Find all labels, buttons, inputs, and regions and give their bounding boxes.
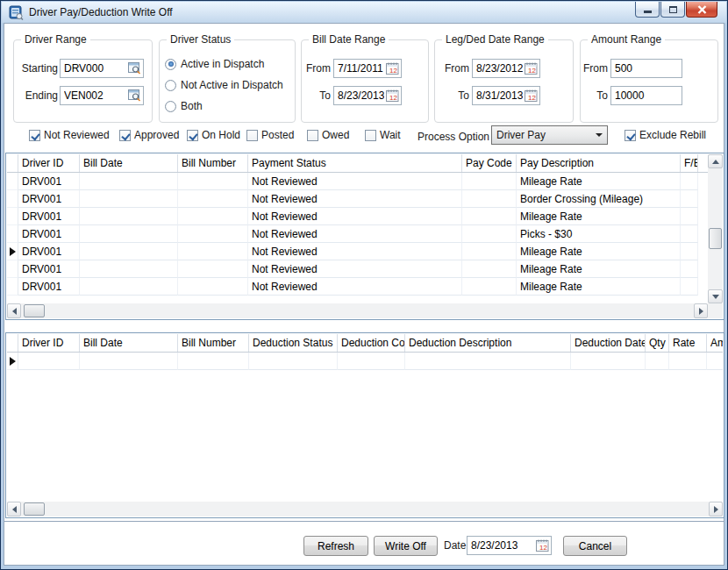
refresh-button[interactable]: Refresh xyxy=(303,536,368,556)
cell-bill-date xyxy=(80,190,178,208)
grid-row[interactable]: DRV001Not ReviewedMileage Rate xyxy=(7,243,708,260)
grid-row[interactable]: DRV001Not ReviewedMileage Rate xyxy=(7,208,708,225)
leg-from-calendar-button[interactable]: 12 xyxy=(523,60,539,77)
radio-label: Not Active in Dispatch xyxy=(181,79,283,91)
cell-bill-number xyxy=(178,190,248,208)
column-header-bill-number[interactable]: Bill Number xyxy=(178,334,249,352)
column-header-bill-date[interactable]: Bill Date xyxy=(80,334,178,352)
scroll-right-button[interactable] xyxy=(709,502,723,517)
cell-pay-description: Mileage Rate xyxy=(517,208,681,225)
horizontal-scrollbar-thumb[interactable] xyxy=(24,502,45,516)
arrow-right-icon xyxy=(699,308,703,315)
selector-column-header xyxy=(7,334,18,352)
grid-row[interactable]: DRV001Not ReviewedPicks - $30 xyxy=(7,225,708,243)
vertical-scrollbar-thumb[interactable] xyxy=(709,228,722,249)
wait-checkbox[interactable]: Wait xyxy=(365,128,401,142)
column-header-amount[interactable]: Amount xyxy=(707,334,723,352)
grid-row[interactable]: DRV001Not ReviewedMileage Rate xyxy=(7,278,708,296)
scroll-left-button[interactable] xyxy=(7,502,21,517)
column-header-rate[interactable]: Rate xyxy=(669,334,707,352)
pay-grid-vertical-scrollbar[interactable] xyxy=(708,154,723,303)
column-header-driver-id[interactable]: Driver ID xyxy=(18,334,80,352)
column-header-bill-date[interactable]: Bill Date xyxy=(80,154,178,172)
process-option-select[interactable]: Driver Pay xyxy=(491,125,608,145)
app-icon xyxy=(9,5,24,20)
bill-from-input[interactable] xyxy=(334,61,384,76)
cell-driver-id: DRV001 xyxy=(18,278,80,296)
grid-row[interactable]: DRV001Not ReviewedMileage Rate xyxy=(7,260,708,278)
ending-lookup-button[interactable] xyxy=(126,87,143,104)
scroll-up-button[interactable] xyxy=(708,154,723,168)
column-header-qty[interactable]: Qty xyxy=(646,334,669,352)
column-header-pay-code[interactable]: Pay Code xyxy=(462,154,517,172)
cell-pay-code xyxy=(462,225,517,243)
cancel-button[interactable]: Cancel xyxy=(563,536,627,556)
scroll-down-button[interactable] xyxy=(708,289,723,303)
cell-pay-code xyxy=(462,190,517,208)
checkbox-label: Wait xyxy=(380,129,401,141)
grid-row[interactable]: DRV001Not ReviewedMileage Rate xyxy=(7,173,708,190)
maximize-button[interactable] xyxy=(660,2,685,18)
amount-from-input[interactable] xyxy=(611,61,682,76)
svg-text:12: 12 xyxy=(539,544,547,552)
grid-row[interactable] xyxy=(7,353,723,370)
column-header-deduction-date[interactable]: Deduction Date xyxy=(571,334,646,352)
starting-input[interactable] xyxy=(61,61,126,76)
bill-to-calendar-button[interactable]: 12 xyxy=(384,87,401,104)
approved-checkbox[interactable]: Approved xyxy=(119,128,179,142)
amount-to-field xyxy=(610,86,682,105)
driver-status-option-both[interactable]: Both xyxy=(165,100,203,112)
exclude-rebill-checkbox[interactable]: Exclude Rebill xyxy=(625,128,706,142)
column-header-bill-number[interactable]: Bill Number xyxy=(178,154,248,172)
column-header-payment-status[interactable]: Payment Status xyxy=(248,154,462,172)
column-header-deduction-status[interactable]: Deduction Status xyxy=(249,334,338,352)
ending-input[interactable] xyxy=(61,88,126,103)
leg-to-input[interactable] xyxy=(473,88,523,103)
arrow-left-icon xyxy=(12,308,17,315)
column-header-f-b[interactable]: F/B xyxy=(681,154,698,172)
bill-from-calendar-button[interactable]: 12 xyxy=(384,60,401,77)
cell-payment-status: Not Reviewed xyxy=(248,208,462,225)
leg-to-calendar-button[interactable]: 12 xyxy=(523,87,539,104)
column-header-deduction-description[interactable]: Deduction Description xyxy=(405,334,571,352)
minimize-button[interactable] xyxy=(635,2,660,18)
cell-pay-code xyxy=(462,278,517,296)
column-header-deduction-code[interactable]: Deduction Code xyxy=(338,334,405,352)
pay-grid-horizontal-scrollbar[interactable] xyxy=(7,303,708,318)
owed-checkbox[interactable]: Owed xyxy=(307,128,349,142)
close-button[interactable] xyxy=(686,2,717,18)
date-input[interactable] xyxy=(467,538,534,553)
column-header-pay-description[interactable]: Pay Description xyxy=(517,154,681,172)
leg-from-input[interactable] xyxy=(473,61,523,76)
column-header-driver-id[interactable]: Driver ID xyxy=(18,154,80,172)
process-option-label: Process Option xyxy=(418,131,489,143)
scroll-left-button[interactable] xyxy=(7,303,21,318)
cell-driver-id xyxy=(18,353,80,370)
titlebar[interactable]: Driver Pay/Deduction Write Off xyxy=(2,2,726,23)
cell-bill-number xyxy=(178,173,248,190)
horizontal-scrollbar-thumb[interactable] xyxy=(24,304,45,317)
arrow-up-icon xyxy=(712,160,719,164)
deduction-grid-horizontal-scrollbar[interactable] xyxy=(7,502,723,517)
date-calendar-button[interactable]: 12 xyxy=(534,537,551,554)
checkbox-box xyxy=(187,130,198,141)
on-hold-checkbox[interactable]: On Hold xyxy=(187,128,240,142)
svg-text:12: 12 xyxy=(389,67,397,75)
driver-status-title: Driver Status xyxy=(167,33,234,46)
radio-label: Active in Dispatch xyxy=(181,58,264,70)
driver-status-option-active-in-dispatch[interactable]: Active in Dispatch xyxy=(165,58,264,70)
checkbox-box xyxy=(119,130,131,141)
scroll-right-button[interactable] xyxy=(694,303,708,318)
amount-to-input[interactable] xyxy=(611,88,682,103)
bill-to-input[interactable] xyxy=(334,88,384,103)
checkbox-box xyxy=(307,130,318,141)
svg-text:12: 12 xyxy=(389,94,397,102)
starting-lookup-button[interactable] xyxy=(126,60,143,77)
posted-checkbox[interactable]: Posted xyxy=(246,128,294,142)
cell-bill-date xyxy=(80,225,178,243)
driver-status-option-not-active-in-dispatch[interactable]: Not Active in Dispatch xyxy=(165,79,283,91)
not-reviewed-checkbox[interactable]: Not Reviewed xyxy=(29,128,110,142)
row-selector xyxy=(7,190,18,208)
grid-row[interactable]: DRV001Not ReviewedBorder Crossing (Milea… xyxy=(7,190,708,208)
write-off-button[interactable]: Write Off xyxy=(374,536,438,556)
